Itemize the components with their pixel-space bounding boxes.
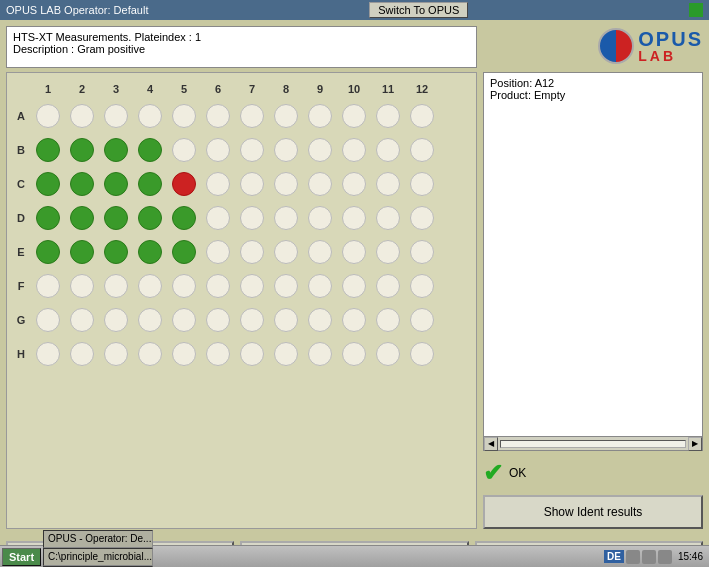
well-G10[interactable] (337, 303, 371, 337)
well-G12[interactable] (405, 303, 439, 337)
scroll-left-button[interactable]: ◀ (484, 437, 498, 451)
well-F5[interactable] (167, 269, 201, 303)
well-G11[interactable] (371, 303, 405, 337)
well-G8[interactable] (269, 303, 303, 337)
well-B2[interactable] (65, 133, 99, 167)
well-F1[interactable] (31, 269, 65, 303)
horizontal-scrollbar[interactable] (500, 440, 686, 448)
well-D3[interactable] (99, 201, 133, 235)
well-A8[interactable] (269, 99, 303, 133)
well-G3[interactable] (99, 303, 133, 337)
well-B12[interactable] (405, 133, 439, 167)
show-ident-results-button[interactable]: Show Ident results (483, 495, 703, 529)
well-H4[interactable] (133, 337, 167, 371)
taskbar-item-1[interactable]: C:\principle_microbial... (43, 548, 153, 566)
well-H8[interactable] (269, 337, 303, 371)
well-F2[interactable] (65, 269, 99, 303)
well-B6[interactable] (201, 133, 235, 167)
well-E4[interactable] (133, 235, 167, 269)
well-C4[interactable] (133, 167, 167, 201)
well-F9[interactable] (303, 269, 337, 303)
well-D8[interactable] (269, 201, 303, 235)
well-B1[interactable] (31, 133, 65, 167)
scroll-right-button[interactable]: ▶ (688, 437, 702, 451)
well-G7[interactable] (235, 303, 269, 337)
well-G9[interactable] (303, 303, 337, 337)
well-A9[interactable] (303, 99, 337, 133)
switch-to-opus-button[interactable]: Switch To OPUS (369, 2, 468, 18)
well-H12[interactable] (405, 337, 439, 371)
well-A10[interactable] (337, 99, 371, 133)
well-C2[interactable] (65, 167, 99, 201)
well-D4[interactable] (133, 201, 167, 235)
well-E6[interactable] (201, 235, 235, 269)
well-G1[interactable] (31, 303, 65, 337)
well-C10[interactable] (337, 167, 371, 201)
well-A11[interactable] (371, 99, 405, 133)
well-F12[interactable] (405, 269, 439, 303)
well-E9[interactable] (303, 235, 337, 269)
well-E8[interactable] (269, 235, 303, 269)
well-D6[interactable] (201, 201, 235, 235)
well-A3[interactable] (99, 99, 133, 133)
well-C11[interactable] (371, 167, 405, 201)
well-H9[interactable] (303, 337, 337, 371)
well-B9[interactable] (303, 133, 337, 167)
well-C3[interactable] (99, 167, 133, 201)
well-H6[interactable] (201, 337, 235, 371)
well-C9[interactable] (303, 167, 337, 201)
well-A6[interactable] (201, 99, 235, 133)
well-C8[interactable] (269, 167, 303, 201)
well-E2[interactable] (65, 235, 99, 269)
well-C6[interactable] (201, 167, 235, 201)
well-A4[interactable] (133, 99, 167, 133)
well-D11[interactable] (371, 201, 405, 235)
well-D2[interactable] (65, 201, 99, 235)
well-F4[interactable] (133, 269, 167, 303)
well-B4[interactable] (133, 133, 167, 167)
well-D12[interactable] (405, 201, 439, 235)
well-H7[interactable] (235, 337, 269, 371)
well-H10[interactable] (337, 337, 371, 371)
well-A12[interactable] (405, 99, 439, 133)
well-C12[interactable] (405, 167, 439, 201)
start-button[interactable]: Start (2, 548, 41, 566)
well-F3[interactable] (99, 269, 133, 303)
well-B10[interactable] (337, 133, 371, 167)
well-H3[interactable] (99, 337, 133, 371)
well-H1[interactable] (31, 337, 65, 371)
well-F10[interactable] (337, 269, 371, 303)
well-G2[interactable] (65, 303, 99, 337)
well-F11[interactable] (371, 269, 405, 303)
well-C7[interactable] (235, 167, 269, 201)
well-E10[interactable] (337, 235, 371, 269)
well-D7[interactable] (235, 201, 269, 235)
well-H11[interactable] (371, 337, 405, 371)
well-G5[interactable] (167, 303, 201, 337)
well-B11[interactable] (371, 133, 405, 167)
well-F6[interactable] (201, 269, 235, 303)
well-C5[interactable] (167, 167, 201, 201)
taskbar-item-0[interactable]: OPUS - Operator: De... (43, 530, 153, 548)
well-E3[interactable] (99, 235, 133, 269)
well-B7[interactable] (235, 133, 269, 167)
well-E5[interactable] (167, 235, 201, 269)
well-D5[interactable] (167, 201, 201, 235)
well-B8[interactable] (269, 133, 303, 167)
well-D10[interactable] (337, 201, 371, 235)
well-C1[interactable] (31, 167, 65, 201)
well-G4[interactable] (133, 303, 167, 337)
well-A7[interactable] (235, 99, 269, 133)
well-F8[interactable] (269, 269, 303, 303)
well-D9[interactable] (303, 201, 337, 235)
well-F7[interactable] (235, 269, 269, 303)
well-H5[interactable] (167, 337, 201, 371)
well-A2[interactable] (65, 99, 99, 133)
well-B5[interactable] (167, 133, 201, 167)
well-E12[interactable] (405, 235, 439, 269)
well-D1[interactable] (31, 201, 65, 235)
well-E1[interactable] (31, 235, 65, 269)
well-A1[interactable] (31, 99, 65, 133)
well-G6[interactable] (201, 303, 235, 337)
well-H2[interactable] (65, 337, 99, 371)
